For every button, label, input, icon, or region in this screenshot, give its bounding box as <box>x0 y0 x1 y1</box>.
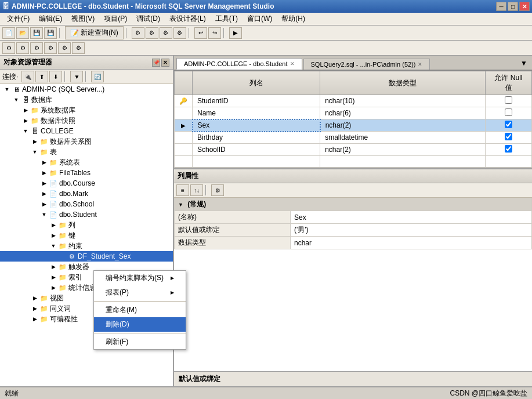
row-col-name[interactable]: Sex <box>193 119 320 132</box>
prop-btn2[interactable]: ↑↓ <box>190 184 203 196</box>
menu-file[interactable]: 文件(F) <box>2 13 34 25</box>
tb2-btn6[interactable]: ⚙ <box>72 42 85 54</box>
row-col-nullable[interactable] <box>486 156 532 168</box>
tree-system-db[interactable]: ▶ 📁 系统数据库 <box>0 105 173 115</box>
tb2-btn5[interactable]: ⚙ <box>58 42 71 54</box>
ctx-script[interactable]: 编号约束脚本为(S) ▶ <box>94 271 186 285</box>
toolbar-btn3[interactable]: ⚙ <box>160 27 172 39</box>
tree-keys[interactable]: ▶ 📁 键 <box>0 230 173 241</box>
expand-triggers[interactable]: ▶ <box>49 262 58 271</box>
toolbar-btn5[interactable]: ▶ <box>229 27 242 39</box>
close-button[interactable]: ✕ <box>519 2 530 11</box>
tree-constraint-item[interactable]: ⚙ DF_Student_Sex <box>0 251 173 262</box>
expand-server[interactable]: ▼ <box>2 85 12 94</box>
tree-db-diagram[interactable]: ▶ 📁 数据库关系图 <box>0 136 173 147</box>
menu-tools[interactable]: 工具(T) <box>211 13 243 25</box>
expand-school[interactable]: ▶ <box>39 200 49 209</box>
row-col-type[interactable]: nchar(6) <box>320 107 486 119</box>
row-col-nullable[interactable] <box>486 119 532 132</box>
toolbar-undo[interactable]: ↩ <box>194 27 207 39</box>
maximize-button[interactable]: □ <box>508 2 518 11</box>
row-col-type[interactable]: nchar(2) <box>320 144 486 156</box>
row-col-name[interactable]: Name <box>193 107 320 119</box>
expand-synonyms[interactable]: ▶ <box>30 304 39 313</box>
tab-sqlquery[interactable]: SQLQuery2.sql - ...in-PC\admin (52)) ✕ <box>303 59 430 70</box>
tree-server[interactable]: ▼ 🖥 ADMIN-PC (SQL Server...) <box>0 84 173 95</box>
menu-window[interactable]: 窗口(W) <box>243 13 277 25</box>
row-col-type[interactable]: nchar(2) <box>320 119 486 132</box>
expand-indexes[interactable]: ▶ <box>49 273 58 282</box>
tb2-btn4[interactable]: ⚙ <box>44 42 57 54</box>
row-col-nullable[interactable] <box>486 144 532 156</box>
panel-close-button[interactable]: ✕ <box>161 59 169 67</box>
expand-course[interactable]: ▶ <box>39 179 49 188</box>
tree-course[interactable]: ▶ 📄 dbo.Course <box>0 178 173 188</box>
new-query-button[interactable]: 📝 新建查询(N) <box>65 26 124 39</box>
ctx-refresh[interactable]: 刷新(F) <box>94 335 186 349</box>
tab-arrow[interactable]: ▼ <box>516 57 532 70</box>
toolbar-btn4[interactable]: ⚙ <box>173 27 186 39</box>
toolbar-btn1[interactable]: ⚙ <box>132 27 144 39</box>
tree-tables[interactable]: ▼ 📁 表 <box>0 147 173 157</box>
expand-diagram[interactable]: ▶ <box>30 137 39 146</box>
tb2-btn3[interactable]: ⚙ <box>30 42 43 54</box>
ctx-report[interactable]: 报表(P) ▶ <box>94 285 186 300</box>
row-col-name[interactable]: StudentID <box>193 95 320 107</box>
nullable-checkbox[interactable] <box>505 133 512 140</box>
expand-college[interactable]: ▼ <box>21 126 30 136</box>
pin-button[interactable]: 📌 <box>152 59 160 67</box>
menu-help[interactable]: 帮助(H) <box>277 13 310 25</box>
row-col-type[interactable]: nchar(10) <box>320 95 486 107</box>
tree-columns[interactable]: ▶ 📁 列 <box>0 220 173 230</box>
tree-college[interactable]: ▼ 🗄 COLLEGE <box>0 126 173 136</box>
tree-constraints[interactable]: ▼ 📁 约束 <box>0 241 173 251</box>
tb2-btn2[interactable]: ⚙ <box>16 42 29 54</box>
prop-btn3[interactable]: ⚙ <box>211 184 224 196</box>
row-col-name[interactable]: Birthday <box>193 132 320 144</box>
toolbar-save[interactable]: 💾 <box>30 27 43 39</box>
row-col-nullable[interactable] <box>486 95 532 107</box>
tree-mark[interactable]: ▶ 📄 dbo.Mark <box>0 188 173 199</box>
row-col-name[interactable] <box>193 156 320 168</box>
toolbar-redo[interactable]: ↪ <box>208 27 221 39</box>
table-row[interactable]: SchoolIDnchar(2) <box>175 144 532 156</box>
toolbar-new[interactable]: 📄 <box>2 27 15 39</box>
menu-view[interactable]: 视图(V) <box>67 13 99 25</box>
expand-sysdb[interactable]: ▶ <box>21 106 30 115</box>
table-row[interactable] <box>175 156 532 168</box>
tab-student[interactable]: ADMIN-PC.COLLEGE - dbo.Student ✕ <box>176 58 302 70</box>
row-col-name[interactable]: SchoolID <box>193 144 320 156</box>
oe-filter-btn[interactable]: ▼ <box>70 71 83 82</box>
row-col-type[interactable] <box>320 156 486 168</box>
expand-student[interactable]: ▼ <box>39 210 49 219</box>
expand-keys[interactable]: ▶ <box>49 231 58 240</box>
tab-student-close[interactable]: ✕ <box>290 61 295 67</box>
oe-btn2[interactable]: ⬆ <box>35 71 48 82</box>
expand-systables[interactable]: ▶ <box>39 158 49 167</box>
expand-views[interactable]: ▶ <box>30 293 39 303</box>
ctx-delete[interactable]: 删除(D) <box>94 317 186 332</box>
menu-table-designer[interactable]: 表设计器(L) <box>165 13 211 25</box>
nullable-checkbox[interactable] <box>505 96 512 104</box>
nullable-checkbox[interactable] <box>505 145 512 153</box>
menu-debug[interactable]: 调试(D) <box>132 13 165 25</box>
prop-type-value[interactable]: nchar <box>291 237 532 249</box>
tree-student[interactable]: ▼ 📄 dbo.Student <box>0 209 173 220</box>
tree-system-tables[interactable]: ▶ 📁 系统表 <box>0 157 173 168</box>
toolbar-open[interactable]: 📂 <box>16 27 29 39</box>
oe-btn1[interactable]: 🔌 <box>21 71 34 82</box>
table-row[interactable]: ▶Sexnchar(2) <box>175 119 532 132</box>
table-row[interactable]: Namenchar(6) <box>175 107 532 119</box>
row-col-nullable[interactable] <box>486 107 532 119</box>
expand-columns[interactable]: ▶ <box>49 220 58 230</box>
oe-btn3[interactable]: ⬇ <box>49 71 62 82</box>
minimize-button[interactable]: ─ <box>496 2 506 11</box>
row-col-nullable[interactable] <box>486 132 532 144</box>
prop-name-value[interactable]: Sex <box>291 211 532 224</box>
toolbar-btn2[interactable]: ⚙ <box>146 27 158 39</box>
row-col-type[interactable]: smalldatetime <box>320 132 486 144</box>
table-row[interactable]: 🔑StudentIDnchar(10) <box>175 95 532 107</box>
oe-refresh-btn[interactable]: 🔄 <box>91 71 104 82</box>
expand-snapshots[interactable]: ▶ <box>21 116 30 125</box>
toolbar-saveall[interactable]: 💾 <box>44 27 57 39</box>
